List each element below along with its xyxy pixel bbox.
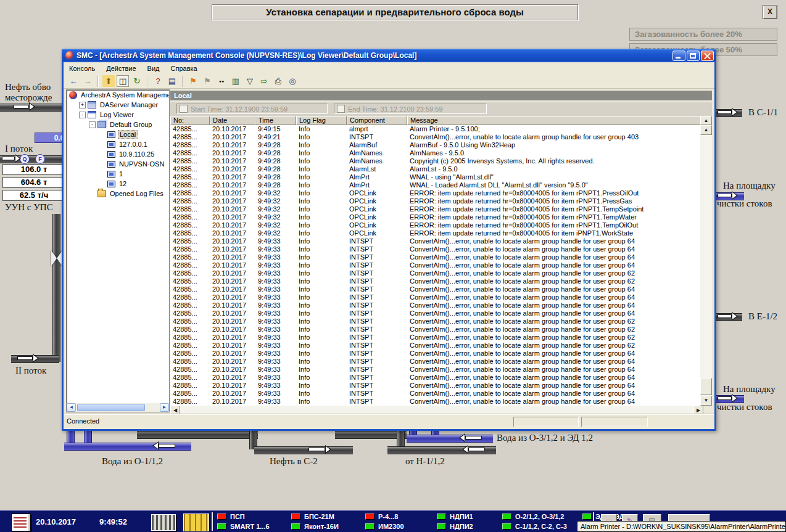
cabinet-panel-icon[interactable] xyxy=(183,514,209,531)
tree-item[interactable]: Opened Log Files xyxy=(67,189,169,198)
log-row[interactable]: 42885...20.10.20179:49:32InfoOPCLinkERRO… xyxy=(170,205,703,213)
log-row[interactable]: 42885...20.10.20179:49:33InfoINTSPTConve… xyxy=(170,334,703,342)
tree-item[interactable]: NUPVSN-OSN xyxy=(67,159,169,169)
log-vertical-scrollbar[interactable]: ▲ ▲ ▼ xyxy=(700,125,712,406)
collapse-icon[interactable]: - xyxy=(79,112,86,118)
log-row[interactable]: 42885...20.10.20179:49:33InfoINTSPTConve… xyxy=(170,261,703,269)
column-header[interactable]: Time xyxy=(255,116,296,125)
scroll-thumb[interactable] xyxy=(77,404,145,411)
tree-item[interactable]: -Default Group xyxy=(67,120,169,129)
smc-titlebar[interactable]: SMC - [ArchestrA System Management Conso… xyxy=(62,49,716,62)
unmark-flag-icon[interactable]: ⚑ xyxy=(201,75,213,87)
log-row[interactable]: 42885...20.10.20179:49:33InfoINTSPTConve… xyxy=(170,366,703,374)
tree-item[interactable]: 10.9.110.25 xyxy=(67,149,169,159)
start-time-filter[interactable]: Start Time: 31.12.1900 23:59:59 xyxy=(176,104,328,114)
log-row[interactable]: 42885...20.10.20179:49:33InfoINTSPTConve… xyxy=(170,382,703,390)
show-tree-icon[interactable]: ◫ xyxy=(117,75,129,87)
menu-item[interactable]: Вид xyxy=(142,63,165,73)
maximize-button[interactable] xyxy=(687,51,700,61)
tree-item[interactable]: 12 xyxy=(67,179,169,189)
sort-top-icon[interactable]: ▲ xyxy=(700,116,712,125)
log-row[interactable]: 42885...20.10.20179:49:15InfoalmprtAlarm… xyxy=(170,125,703,133)
filter-icon[interactable]: ▽ xyxy=(244,75,256,87)
tree-item[interactable]: 127.0.0.1 xyxy=(67,139,169,149)
log-row[interactable]: 42885...20.10.20179:49:33InfoINTSPTConve… xyxy=(170,390,703,398)
log-row[interactable]: 42885...20.10.20179:49:33InfoINTSPTConve… xyxy=(170,237,703,245)
export-icon[interactable]: ⇨ xyxy=(258,75,270,87)
scroll-right-icon[interactable]: ► xyxy=(160,403,169,412)
panes-icon[interactable]: ▤ xyxy=(166,75,178,87)
log-row[interactable]: 42885...20.10.20179:49:33InfoINTSPTConve… xyxy=(170,253,703,261)
messages-icon[interactable]: ▥ xyxy=(230,75,242,87)
menu-item[interactable]: Действие xyxy=(101,63,141,73)
scroll-left-icon[interactable]: ◀ xyxy=(170,406,180,414)
log-row[interactable]: 42885...20.10.20179:49:28InfoAlarmLstAla… xyxy=(170,165,703,173)
log-cell: 20.10.2017 xyxy=(210,325,255,334)
log-horizontal-scrollbar[interactable]: ◀ ▶ xyxy=(170,406,703,414)
help-window-icon[interactable]: ? xyxy=(152,75,164,87)
expand-icon[interactable]: + xyxy=(79,102,86,108)
up-level-icon[interactable]: ⬆ xyxy=(102,75,115,87)
scroll-right-icon[interactable]: ▶ xyxy=(693,406,703,414)
end-time-checkbox[interactable] xyxy=(337,105,345,113)
tree-item[interactable]: +DAServer Manager xyxy=(67,100,169,110)
scroll-up-icon[interactable]: ▲ xyxy=(700,125,712,135)
column-header[interactable]: No: xyxy=(170,116,210,125)
minimize-button[interactable] xyxy=(672,51,685,61)
log-row[interactable]: 42885...20.10.20179:49:21InfoINTSPTConve… xyxy=(170,133,703,141)
log-row[interactable]: 42885...20.10.20179:49:28InfoAlmPrtWNAL … xyxy=(170,181,703,189)
scada-close-button[interactable]: X xyxy=(763,5,777,19)
tree-item[interactable]: -Log Viewer xyxy=(67,110,169,120)
menu-item[interactable]: Консоль xyxy=(64,63,101,73)
column-header[interactable]: Log Flag xyxy=(296,116,347,125)
log-row[interactable]: 42885...20.10.20179:49:33InfoINTSPTConve… xyxy=(170,245,703,253)
menu-item[interactable]: Справка xyxy=(165,63,203,73)
find-icon[interactable]: ●● xyxy=(215,75,228,87)
log-row[interactable]: 42885...20.10.20179:49:33InfoINTSPTConve… xyxy=(170,277,703,285)
mark-flag-icon[interactable]: ⚑ xyxy=(187,75,199,87)
scroll-thumb[interactable] xyxy=(700,378,712,395)
log-row[interactable]: 42885...20.10.20179:49:33InfoINTSPTConve… xyxy=(170,309,703,317)
log-row[interactable]: 42885...20.10.20179:49:28InfoAlmPrtWNAL … xyxy=(170,173,703,181)
preview-icon[interactable]: ◎ xyxy=(286,75,299,87)
print-icon[interactable]: ⎙ xyxy=(272,75,284,87)
log-row[interactable]: 42885...20.10.20179:49:32InfoOPCLinkERRO… xyxy=(170,189,703,197)
scroll-down-icon[interactable]: ▼ xyxy=(700,396,712,406)
log-row[interactable]: 42885...20.10.20179:49:33InfoINTSPTConve… xyxy=(170,325,703,334)
log-row[interactable]: 42885...20.10.20179:49:33InfoINTSPTConve… xyxy=(170,293,703,301)
start-time-checkbox[interactable] xyxy=(180,105,188,113)
log-row[interactable]: 42885...20.10.20179:49:33InfoINTSPTConve… xyxy=(170,317,703,325)
log-row[interactable]: 42885...20.10.20179:49:33InfoINTSPTConve… xyxy=(170,285,703,293)
valve-icon[interactable] xyxy=(51,250,62,266)
log-row[interactable]: 42885...20.10.20179:49:28InfoAlmNamesCop… xyxy=(170,157,703,165)
end-time-filter[interactable]: End Time: 31.12.2100 23:59:59 xyxy=(334,104,487,114)
scroll-left-icon[interactable]: ◄ xyxy=(67,403,76,412)
collapse-icon[interactable]: - xyxy=(89,121,96,128)
log-row[interactable]: 42885...20.10.20179:49:32InfoOPCLinkERRO… xyxy=(170,197,703,205)
tree-horizontal-scrollbar[interactable]: ◄ ► xyxy=(67,403,169,412)
log-row[interactable]: 42885...20.10.20179:49:33InfoINTSPTConve… xyxy=(170,358,703,366)
log-row[interactable]: 42885...20.10.20179:49:33InfoINTSPTConve… xyxy=(170,374,703,382)
log-row[interactable]: 42885...20.10.20179:49:32InfoOPCLinkERRO… xyxy=(170,213,703,221)
log-row[interactable]: 42885...20.10.20179:49:33InfoINTSPTConve… xyxy=(170,269,703,277)
log-row[interactable]: 42885...20.10.20179:49:28InfoAlmNamesAlm… xyxy=(170,149,703,157)
refresh-icon[interactable]: ↻ xyxy=(131,75,143,87)
column-header[interactable]: Message xyxy=(407,116,703,125)
bars-panel-icon[interactable] xyxy=(151,514,176,531)
log-row[interactable]: 42885...20.10.20179:49:28InfoAlarmBufAla… xyxy=(170,141,703,149)
tree-item[interactable]: ArchestrA System Managemen xyxy=(67,90,169,100)
column-header[interactable]: Component xyxy=(347,116,407,125)
forward-icon[interactable]: → xyxy=(81,75,94,87)
log-row[interactable]: 42885...20.10.20179:49:32InfoOPCLinkERRO… xyxy=(170,229,703,237)
log-row[interactable]: 42885...20.10.20179:49:32InfoOPCLinkERRO… xyxy=(170,221,703,229)
tree-item[interactable]: 1 xyxy=(67,169,169,179)
log-row[interactable]: 42885...20.10.20179:49:33InfoINTSPTConve… xyxy=(170,350,703,358)
close-button[interactable] xyxy=(701,51,714,61)
log-row[interactable]: 42885...20.10.20179:49:33InfoINTSPTConve… xyxy=(170,301,703,309)
tree-item[interactable]: Local xyxy=(67,129,169,139)
column-header[interactable]: Date xyxy=(210,116,255,125)
report-printer-icon[interactable] xyxy=(11,514,31,531)
log-row[interactable]: 42885...20.10.20179:49:33InfoINTSPTConve… xyxy=(170,398,703,406)
log-row[interactable]: 42885...20.10.20179:49:33InfoINTSPTConve… xyxy=(170,342,703,350)
back-icon[interactable]: ← xyxy=(67,75,80,87)
